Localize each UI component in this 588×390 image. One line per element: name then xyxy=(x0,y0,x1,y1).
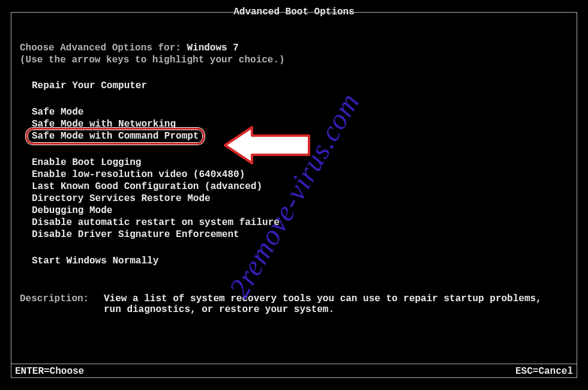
navigation-hint: (Use the arrow keys to highlight your ch… xyxy=(20,55,577,65)
footer-esc-hint: ESC=Cancel xyxy=(515,366,573,377)
option-safe-mode[interactable]: Safe Mode xyxy=(20,106,577,118)
description-label: Description: xyxy=(20,293,104,315)
option-ds-restore-mode[interactable]: Directory Services Restore Mode xyxy=(20,193,577,205)
option-debugging-mode[interactable]: Debugging Mode xyxy=(20,205,577,217)
boot-frame: Choose Advanced Options for: Windows 7 (… xyxy=(11,12,577,378)
option-safe-mode-command-prompt-label: Safe Mode with Command Prompt xyxy=(32,131,199,142)
footer-bar: ENTER=Choose ESC=Cancel xyxy=(11,364,577,377)
option-enable-boot-logging[interactable]: Enable Boot Logging xyxy=(20,157,577,169)
option-safe-mode-networking[interactable]: Safe Mode with Networking xyxy=(20,118,577,130)
option-repair-your-computer[interactable]: Repair Your Computer xyxy=(20,80,577,92)
option-disable-driver-sig[interactable]: Disable Driver Signature Enforcement xyxy=(20,229,577,241)
description-text: View a list of system recovery tools you… xyxy=(104,293,577,315)
option-last-known-good[interactable]: Last Known Good Configuration (advanced) xyxy=(20,181,577,193)
option-safe-mode-command-prompt[interactable]: Safe Mode with Command Prompt xyxy=(20,130,577,142)
os-name: Windows 7 xyxy=(187,43,238,53)
option-disable-auto-restart[interactable]: Disable automatic restart on system fail… xyxy=(20,217,577,229)
choose-os-line: Choose Advanced Options for: Windows 7 xyxy=(20,43,577,53)
choose-prefix: Choose Advanced Options for: xyxy=(20,43,187,53)
footer-enter-hint: ENTER=Choose xyxy=(15,366,84,377)
option-start-normally[interactable]: Start Windows Normally xyxy=(20,255,577,267)
option-low-res-video[interactable]: Enable low-resolution video (640x480) xyxy=(20,169,577,181)
